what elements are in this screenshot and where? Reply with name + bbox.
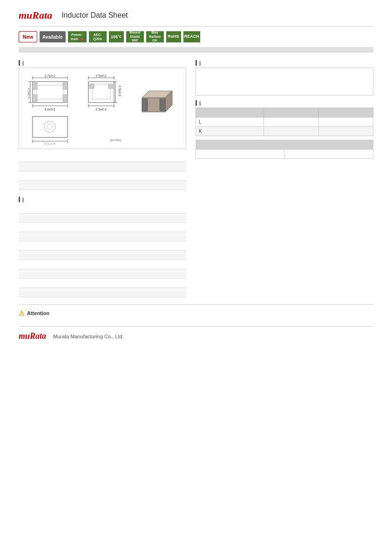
- main-content: |: [19, 56, 373, 192]
- part-col-header-1: [196, 108, 264, 117]
- svg-rect-21: [108, 84, 114, 89]
- char-label: [19, 279, 111, 288]
- svg-point-35: [44, 121, 55, 132]
- drawing-box: 2.7±0.2 1.5±0.2 3.2±0.2: [19, 68, 186, 149]
- part-row-value1: [264, 117, 318, 127]
- footer-company: Murata Manufacturing Co., Ltd.: [53, 334, 124, 339]
- char-value: [111, 279, 186, 288]
- char-row: [19, 204, 186, 213]
- badge-aec: AEC-Q200: [89, 31, 107, 42]
- spec-row: [19, 171, 186, 181]
- char-row: [19, 260, 186, 269]
- char-value: [111, 288, 186, 297]
- char-row: [19, 223, 186, 232]
- characteristics-section: |: [19, 197, 373, 297]
- part-row-value1: [264, 127, 318, 136]
- svg-text:(in mm): (in mm): [110, 138, 121, 142]
- dimension-drawing: 2.7±0.2 1.5±0.2 3.2±0.2: [28, 72, 177, 144]
- badge-bias: BiasRa/flowOK: [146, 31, 164, 42]
- warning-icon: ⚠: [19, 309, 25, 317]
- spec-value: [111, 171, 186, 181]
- svg-text:0.9±0.3: 0.9±0.3: [44, 143, 55, 144]
- spec-label: [19, 162, 111, 171]
- char-label: [19, 260, 111, 269]
- svg-marker-46: [142, 99, 148, 111]
- part-row-identifier: L: [196, 117, 264, 127]
- packing-row: [196, 149, 373, 158]
- packing-header: [196, 140, 373, 149]
- characteristics-table: [19, 204, 186, 297]
- part-row-value2: [318, 127, 373, 136]
- header: muRata Inductor Data Sheet: [19, 9, 373, 27]
- dimensions-label: |: [19, 60, 186, 66]
- spec-label: [19, 181, 111, 190]
- part-table-header-row: [196, 108, 373, 117]
- badges-row: New Available Power-train 🚗 AEC-Q200 105…: [19, 31, 373, 42]
- char-label: [19, 232, 111, 241]
- svg-rect-3: [63, 82, 68, 89]
- logo: muRata: [19, 9, 61, 21]
- svg-text:2.5±0.2: 2.5±0.2: [95, 108, 106, 111]
- attention-title: ⚠ Attention: [19, 309, 373, 317]
- svg-rect-2: [33, 82, 37, 89]
- svg-rect-4: [33, 95, 37, 102]
- attention-section: ⚠ Attention: [19, 304, 373, 317]
- svg-text:2.5±0.2: 2.5±0.2: [95, 74, 106, 77]
- char-value: [111, 269, 186, 279]
- part-row-value2: [318, 117, 373, 127]
- badge-powertrain: Power-train 🚗: [68, 31, 87, 42]
- characteristics-section-label: |: [19, 197, 373, 202]
- char-row: [19, 269, 186, 279]
- part-number-table: L K: [196, 108, 373, 136]
- char-row: [19, 251, 186, 260]
- char-label: [19, 288, 111, 297]
- right-column: | | L: [196, 56, 373, 192]
- svg-text:1.5±0.2: 1.5±0.2: [28, 88, 30, 98]
- spec-row: [19, 153, 186, 162]
- char-value: [111, 204, 186, 213]
- product-name-bar: [19, 47, 373, 53]
- spec-label: [19, 171, 111, 181]
- logo-text: muRata: [19, 9, 52, 21]
- spec-value: [111, 153, 186, 162]
- spec-label: [19, 153, 111, 162]
- packing-cell-1: [196, 150, 285, 158]
- char-value: [111, 241, 186, 251]
- char-value: [111, 213, 186, 223]
- svg-rect-34: [33, 116, 68, 137]
- part-table-row: K: [196, 127, 373, 136]
- char-value: [111, 223, 186, 232]
- svg-marker-47: [160, 99, 165, 111]
- svg-text:2.5±0.2: 2.5±0.2: [118, 85, 122, 96]
- char-label: [19, 204, 111, 213]
- char-value: [111, 232, 186, 241]
- badge-available: Available: [40, 31, 66, 42]
- char-value: [111, 260, 186, 269]
- svg-rect-19: [92, 84, 110, 99]
- char-row: [19, 288, 186, 297]
- svg-text:3.2±0.2: 3.2±0.2: [44, 108, 55, 111]
- footer: muRata Murata Manufacturing Co., Ltd.: [19, 326, 373, 341]
- dimensions-spec-table: [19, 153, 186, 190]
- char-row: [19, 241, 186, 251]
- char-value: [111, 251, 186, 260]
- svg-point-36: [47, 124, 53, 130]
- description-box: [196, 68, 373, 96]
- footer-logo: muRata: [19, 331, 46, 341]
- packing-table: [196, 140, 373, 159]
- spec-row: [19, 162, 186, 171]
- spec-value: [111, 162, 186, 171]
- char-row: [19, 232, 186, 241]
- badge-reach: REACH: [183, 31, 200, 42]
- char-row: [19, 279, 186, 288]
- svg-text:2.7±0.2: 2.7±0.2: [44, 74, 55, 77]
- badge-rohs: RoHS: [166, 31, 181, 42]
- char-label: [19, 269, 111, 279]
- part-table-row: L: [196, 117, 373, 127]
- header-title: Inductor Data Sheet: [61, 11, 128, 20]
- part-col-header-2: [264, 108, 318, 117]
- spec-value: [111, 181, 186, 190]
- badge-new: New: [19, 31, 37, 42]
- badge-temp: 105°C: [109, 31, 124, 42]
- svg-rect-5: [63, 95, 68, 102]
